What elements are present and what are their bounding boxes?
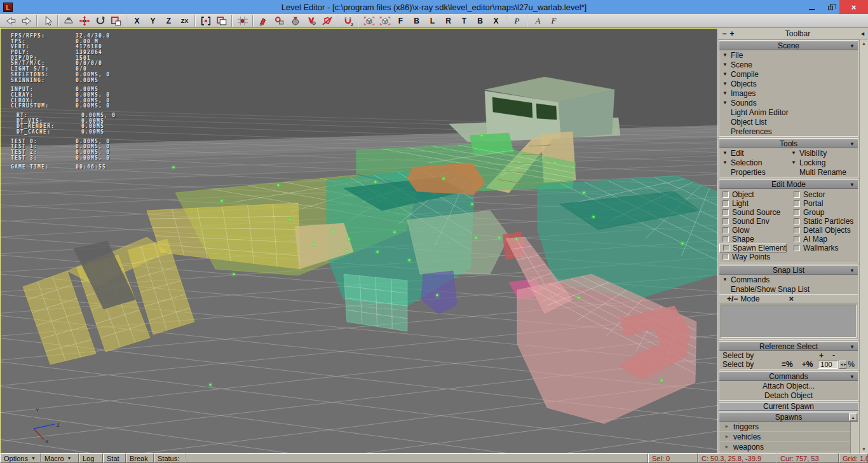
select-minus-button[interactable]: - [828,351,839,360]
spawns-scrollbar[interactable] [850,422,858,453]
edit-mode-object[interactable]: Object [719,190,790,199]
command-detach-object[interactable]: Detach Object [719,390,858,400]
scale-tool-button[interactable] [108,15,124,27]
tools-section-header[interactable]: Tools ▼ [719,139,858,148]
edit-mode-sector[interactable]: Sector [790,190,858,199]
checkbox-icon[interactable] [794,200,800,207]
snap-commands-item[interactable]: ▼ Commands [719,275,858,284]
panel-expand-plus[interactable]: + [728,29,736,38]
forward-button[interactable] [18,15,34,27]
tools-item-locking[interactable]: ▼Locking [788,158,858,167]
select-tool-button[interactable] [39,15,55,27]
scene-item-sounds[interactable]: ▼Sounds [719,98,858,107]
axis-y-button[interactable]: Y [145,15,161,27]
select-plus-button[interactable]: + [815,351,828,360]
spinner-arrows-icon[interactable]: ◄► [839,361,846,369]
reference-select-section-header[interactable]: Reference Select ▼ [719,342,858,351]
view-right-button[interactable]: R [440,15,456,27]
clone-button[interactable] [214,15,229,27]
edit-mode-light[interactable]: Light [719,199,790,208]
spawn-group-triggers[interactable]: ►triggers [719,422,850,432]
back-button[interactable] [3,15,18,27]
move-tool-button[interactable] [76,15,92,27]
checkbox-icon[interactable] [722,254,729,260]
checkbox-icon[interactable] [722,227,729,233]
spawn-group-vehicles[interactable]: ►vehicles [719,432,850,442]
chevron-right-icon[interactable]: ► [724,434,733,439]
tools-item-multi-rename[interactable]: Multi Rename [788,167,858,177]
panel-collapse-minus[interactable]: − [721,29,728,38]
select-plus-percent-button[interactable]: +% [797,360,818,369]
viewport-3d[interactable]: YZX FPS/RFPS:32.4/30.0TPS:0.00 MVERT:417… [0,28,718,453]
tools-item-edit[interactable]: ▼Edit [719,148,788,158]
checkbox-icon[interactable] [722,209,729,216]
spawns-section-header[interactable]: Spawns ▲ [719,412,858,422]
log-button[interactable]: Log [79,453,103,463]
checkbox-icon[interactable] [794,209,800,216]
scene-item-object-list[interactable]: Object List [719,117,858,127]
checkbox-icon[interactable] [794,227,800,233]
edit-mode-sound-env[interactable]: Sound Env [719,217,790,226]
view-left-button[interactable]: L [424,15,440,27]
edit-mode-ai-map[interactable]: AI Map [790,235,858,244]
break-button[interactable]: Break [126,453,154,463]
close-button[interactable]: × [839,0,868,14]
clear-snap-icon[interactable]: × [789,294,794,303]
options-button[interactable]: Options▼ [0,453,41,463]
select-eq-percent-button[interactable]: =% [777,360,797,369]
tools-item-visibility[interactable]: ▼Visibility [788,148,858,158]
stat-button[interactable]: Stat [103,453,126,463]
edit-mode-portal[interactable]: Portal [790,199,858,208]
snap-move-button[interactable] [255,15,271,27]
script-p-button[interactable]: P [509,15,525,27]
edit-mode-way-points[interactable]: Way Points [719,252,790,261]
snap-rotate-button[interactable] [287,15,303,27]
view-front-button[interactable]: F [393,15,409,27]
mirror-button[interactable] [198,15,214,27]
tools-item-selection[interactable]: ▼Selection [719,158,788,167]
edit-mode-section-header[interactable]: Edit Mode ▼ [719,179,858,189]
checkbox-icon[interactable] [722,200,729,207]
chevron-right-icon[interactable]: ► [724,424,733,429]
macro-button[interactable]: Macro▼ [41,453,79,463]
edit-mode-group[interactable]: Group [790,208,858,217]
snap-enable-item[interactable]: Enable/Show Snap List [719,284,858,294]
chevron-right-icon[interactable]: ► [724,444,733,450]
scene-section-header[interactable]: Scene ▼ [719,41,858,50]
scroll-up-button[interactable]: ▲ [849,413,857,421]
pan-tool-button[interactable] [60,15,76,27]
grid-snap-button[interactable] [234,15,250,27]
checkbox-icon[interactable] [722,191,729,198]
plus-minus-icon[interactable]: +/− [727,294,738,303]
scene-item-preferences[interactable]: Preferences [719,127,858,136]
axis-zx-button[interactable]: ZX [177,15,193,27]
edit-mode-shape[interactable]: Shape [719,235,790,244]
current-spawn-bar[interactable]: Current Spawn [719,402,858,411]
scene-item-compile[interactable]: ▼Compile [719,69,858,79]
edit-mode-glow[interactable]: Glow [719,226,790,235]
panel-collapse-arrow[interactable]: ◄ [860,31,865,37]
view-bottom-button[interactable]: B [472,15,488,27]
scene-item-images[interactable]: ▼Images [719,88,858,98]
snap-link-button[interactable] [271,15,287,27]
spawn-group-weapons[interactable]: ►weapons [719,442,850,452]
checkbox-icon[interactable] [794,236,800,242]
scroll-up-icon[interactable]: ▲ [862,41,867,46]
scene-item-light-anim-editor[interactable]: Light Anim Editor [719,107,858,117]
script-a-button[interactable]: A [530,15,546,27]
scroll-down-icon[interactable]: ▼ [862,446,867,452]
snap-list-section-header[interactable]: Snap List ▼ [719,265,858,275]
edit-mode-wallmarks[interactable]: Wallmarks [790,244,858,252]
checkbox-icon[interactable] [723,245,729,251]
checkbox-icon[interactable] [794,245,800,251]
view-axon-button[interactable]: X [488,15,504,27]
edit-mode-static-particles[interactable]: Static Particles [790,217,858,226]
scene-item-scene[interactable]: ▼Scene [719,60,858,69]
percent-input[interactable]: 100 [818,361,838,369]
checkbox-icon[interactable] [794,191,800,198]
minimize-button[interactable] [803,0,821,14]
script-f-button[interactable]: F [546,15,562,27]
command-attach-object[interactable]: Attach Object... [719,381,858,390]
tools-item-properties[interactable]: Properties [719,167,788,177]
restore-button[interactable] [821,0,839,14]
